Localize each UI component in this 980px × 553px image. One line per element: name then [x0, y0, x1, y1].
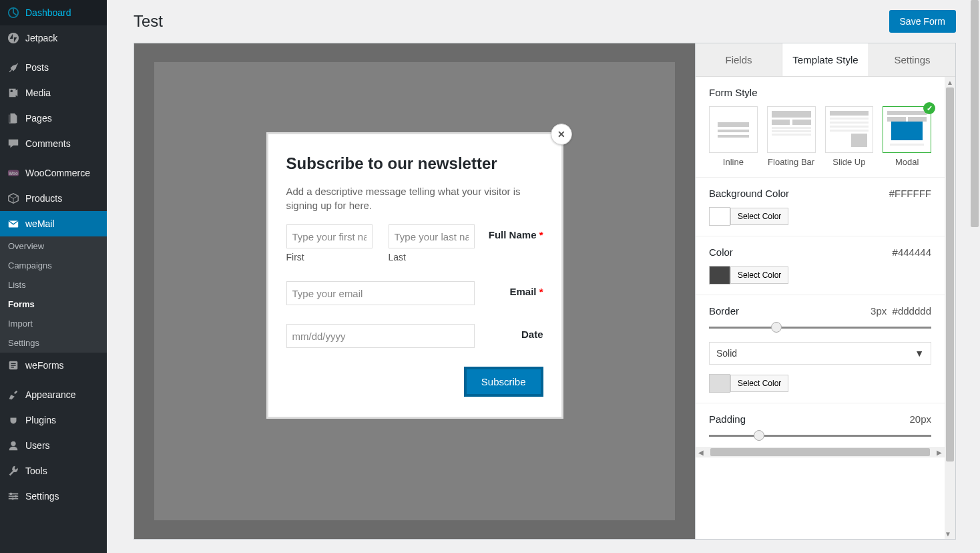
svg-point-9: [11, 441, 15, 446]
sidebar-subitem-import[interactable]: Import: [0, 314, 107, 333]
vertical-scrollbar[interactable]: [969, 0, 980, 553]
pin-icon: [7, 61, 20, 74]
sidebar-item-media[interactable]: Media: [0, 80, 107, 106]
main-content: Test Save Form ✕ Subscribe to our newsle…: [107, 0, 980, 553]
users-icon: [7, 439, 20, 452]
bg-color-button[interactable]: Select Color: [730, 208, 788, 225]
sidebar-item-jetpack[interactable]: Jetpack: [0, 25, 107, 51]
sidebar-item-wemail[interactable]: weMail: [0, 211, 107, 236]
border-style-select[interactable]: Solid ▼: [709, 342, 931, 365]
sidebar-subitem-campaigns[interactable]: Campaigns: [0, 256, 107, 275]
sidebar-label: Jetpack: [25, 33, 57, 43]
svg-point-4: [11, 90, 13, 93]
bg-color-title: Background Color: [709, 188, 789, 199]
sidebar-item-weforms[interactable]: weForms: [0, 353, 107, 378]
padding-slider[interactable]: [709, 435, 931, 437]
svg-point-14: [15, 495, 17, 498]
tab-fields[interactable]: Fields: [696, 43, 782, 76]
tools-icon: [7, 464, 20, 478]
sidebar-item-woocommerce[interactable]: Woo WooCommerce: [0, 160, 107, 186]
panel-tabs: Fields Template Style Settings: [696, 43, 955, 77]
sidebar-label: Settings: [25, 491, 59, 502]
wp-admin-sidebar: Dashboard Jetpack Posts Media Pages Comm…: [0, 0, 107, 553]
sidebar-subitem-forms[interactable]: Forms: [0, 295, 107, 314]
date-label: Date: [487, 324, 543, 340]
sidebar-item-users[interactable]: Users: [0, 433, 107, 458]
subscribe-button[interactable]: Subscribe: [464, 367, 543, 397]
sidebar-item-dashboard[interactable]: Dashboard: [0, 0, 107, 25]
svg-point-1: [8, 33, 19, 43]
sidebar-subitem-overview[interactable]: Overview: [0, 236, 107, 256]
plugins-icon: [7, 413, 20, 427]
fullname-label: Full Name *: [487, 224, 543, 240]
sidebar-label: Users: [25, 440, 50, 451]
padding-title: Padding: [709, 413, 746, 425]
canvas-backdrop: ✕ Subscribe to our newsletter Add a desc…: [154, 62, 675, 520]
sidebar-item-pages[interactable]: Pages: [0, 106, 107, 131]
sidebar-item-settings[interactable]: Settings: [0, 484, 107, 509]
border-color-button[interactable]: Select Color: [730, 375, 788, 392]
sidebar-subitem-settings[interactable]: Settings: [0, 333, 107, 353]
color-title: Color: [709, 246, 733, 258]
sidebar-item-appearance[interactable]: Appearance: [0, 382, 107, 407]
padding-value: 20px: [909, 413, 931, 425]
modal-description: Add a descriptive message telling what y…: [286, 184, 543, 212]
chevron-down-icon: ▼: [915, 348, 924, 359]
tab-settings[interactable]: Settings: [869, 43, 955, 76]
bg-color-value: #FFFFFF: [889, 188, 931, 199]
color-swatch[interactable]: [709, 266, 730, 285]
style-option-floating-bar[interactable]: Floating Bar: [767, 106, 816, 167]
scroll-right-icon[interactable]: ▶: [934, 447, 945, 457]
top-bar: Test Save Form: [134, 10, 956, 33]
panel-vertical-scrollbar[interactable]: ▲ ▼: [945, 77, 955, 539]
panel-horizontal-scrollbar[interactable]: ◀ ▶: [696, 447, 945, 457]
check-icon: [923, 102, 935, 114]
modal-title: Subscribe to our newsletter: [286, 154, 543, 173]
first-name-input[interactable]: [286, 224, 373, 248]
svg-text:Woo: Woo: [9, 171, 18, 176]
style-option-inline[interactable]: Inline: [709, 106, 758, 167]
save-form-button[interactable]: Save Form: [889, 10, 956, 33]
close-icon: ✕: [557, 129, 565, 140]
scroll-left-icon[interactable]: ◀: [696, 447, 706, 457]
sidebar-item-products[interactable]: Products: [0, 186, 107, 211]
style-option-slide-up[interactable]: Slide Up: [825, 106, 874, 167]
products-icon: [7, 192, 20, 205]
form-style-title: Form Style: [709, 87, 758, 98]
woo-icon: Woo: [7, 166, 20, 180]
settings-panel: Fields Template Style Settings ▲ ▼ Form …: [695, 43, 955, 539]
svg-point-15: [11, 498, 14, 500]
last-name-input[interactable]: [389, 224, 475, 248]
scroll-down-icon[interactable]: ▼: [945, 528, 951, 539]
sidebar-label: Pages: [25, 113, 52, 124]
sidebar-item-tools[interactable]: Tools: [0, 458, 107, 484]
tab-template-style[interactable]: Template Style: [782, 43, 869, 76]
sidebar-item-posts[interactable]: Posts: [0, 55, 107, 80]
sidebar-label: Tools: [25, 466, 47, 476]
first-sublabel: First: [286, 252, 373, 262]
page-title: Test: [134, 12, 163, 31]
modal-close-button[interactable]: ✕: [551, 124, 572, 145]
sidebar-item-comments[interactable]: Comments: [0, 131, 107, 156]
form-editor: ✕ Subscribe to our newsletter Add a desc…: [134, 43, 956, 540]
email-input[interactable]: [286, 281, 475, 305]
comment-icon: [7, 137, 20, 150]
sidebar-submenu-wemail: Overview Campaigns Lists Forms Import Se…: [0, 236, 107, 353]
sidebar-label: Comments: [25, 138, 71, 149]
style-option-modal[interactable]: Modal: [883, 106, 931, 167]
last-sublabel: Last: [389, 252, 475, 262]
border-color-swatch[interactable]: [709, 374, 730, 393]
color-button[interactable]: Select Color: [730, 266, 788, 284]
wemail-icon: [7, 217, 20, 230]
sidebar-item-plugins[interactable]: Plugins: [0, 407, 107, 433]
sidebar-subitem-lists[interactable]: Lists: [0, 275, 107, 295]
sidebar-label: WooCommerce: [25, 168, 90, 178]
appearance-icon: [7, 388, 20, 401]
border-width-slider[interactable]: [709, 327, 931, 329]
date-input[interactable]: [286, 324, 475, 348]
sidebar-label: Plugins: [25, 415, 56, 425]
media-icon: [7, 86, 20, 100]
scroll-up-icon[interactable]: ▲: [945, 77, 955, 87]
bg-color-swatch[interactable]: [709, 207, 730, 226]
sidebar-label: Appearance: [25, 389, 76, 400]
